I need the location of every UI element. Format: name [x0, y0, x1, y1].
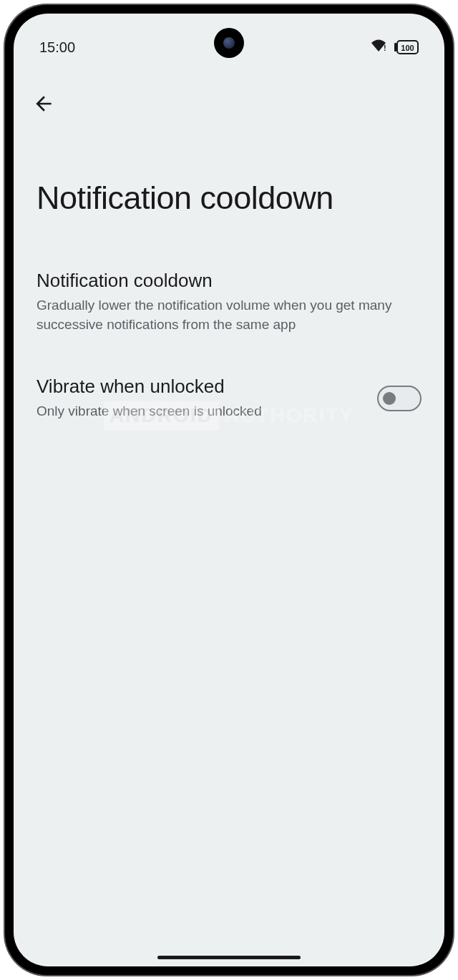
wifi-icon: ! [370, 39, 387, 56]
arrow-back-icon [32, 92, 55, 115]
content: Notification cooldown Notification coold… [14, 180, 444, 421]
camera-lens [223, 37, 235, 49]
page-title: Notification cooldown [36, 180, 422, 217]
toggle-thumb [383, 392, 396, 405]
phone-frame: 15:00 ! 100 [5, 5, 453, 975]
app-bar [14, 64, 444, 125]
nav-bar-handle[interactable] [157, 956, 301, 959]
setting-description: Only vibrate when screen is unlocked [36, 402, 363, 421]
svg-rect-1 [394, 43, 396, 52]
setting-text: Notification cooldown Gradually lower th… [36, 270, 422, 334]
toggle-switch[interactable] [377, 386, 422, 411]
setting-vibrate-unlocked[interactable]: Vibrate when unlocked Only vibrate when … [36, 376, 422, 421]
setting-text: Vibrate when unlocked Only vibrate when … [36, 376, 377, 421]
setting-title: Vibrate when unlocked [36, 376, 363, 398]
svg-text:100: 100 [401, 44, 414, 52]
back-button[interactable] [31, 91, 57, 117]
setting-notification-cooldown[interactable]: Notification cooldown Gradually lower th… [36, 270, 422, 334]
phone-screen: 15:00 ! 100 [14, 14, 444, 966]
status-time: 15:00 [39, 39, 75, 56]
camera-cutout [214, 28, 244, 58]
setting-title: Notification cooldown [36, 270, 407, 292]
setting-description: Gradually lower the notification volume … [36, 296, 407, 334]
svg-text:!: ! [384, 44, 386, 52]
status-icons: ! 100 [370, 39, 419, 56]
battery-icon: 100 [394, 40, 419, 54]
